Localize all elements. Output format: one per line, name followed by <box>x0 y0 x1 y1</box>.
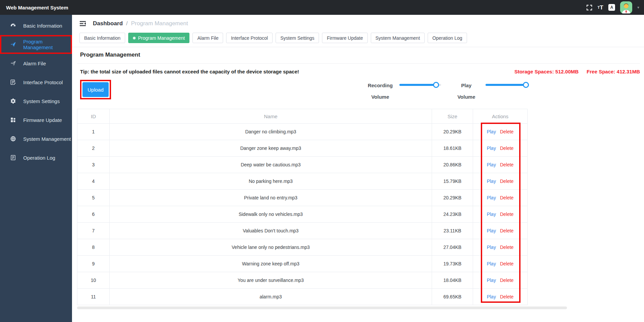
table-row: 2 Danger zone keep away.mp3 18.61KB Play… <box>77 140 528 157</box>
delete-link[interactable]: Delete <box>500 278 513 283</box>
recording-volume-slider[interactable] <box>399 84 441 86</box>
table-row: 1 Danger no climbing.mp3 20.29KB PlayDel… <box>77 124 528 140</box>
play-link[interactable]: Play <box>487 146 496 151</box>
storage-info: Storage Spaces: 512.00MB Free Space: 412… <box>514 69 640 74</box>
breadcrumb: Dashboard / Program Management <box>93 20 188 27</box>
sidebar-item-alarm-file[interactable]: Alarm File <box>0 54 72 73</box>
table-zone: Upload Recording Volume <box>77 80 527 309</box>
active-tab-dot <box>133 37 136 39</box>
delete-link[interactable]: Delete <box>500 162 513 167</box>
tab-system-settings[interactable]: System Settings <box>276 33 319 43</box>
delete-link[interactable]: Delete <box>500 294 513 299</box>
horizontal-scrollbar[interactable] <box>77 307 567 309</box>
sidebar-item-interface-protocol[interactable]: Interface Protocol <box>0 73 72 92</box>
slider-fill <box>399 84 436 86</box>
table-row: 7 Valuables Don't touch.mp3 23.11KB Play… <box>77 223 528 239</box>
sidebar-item-label: Basic Information <box>23 23 62 29</box>
gear-icon <box>10 98 16 104</box>
play-link[interactable]: Play <box>487 294 496 299</box>
play-link[interactable]: Play <box>487 195 496 200</box>
breadcrumb-current: Program Management <box>131 20 188 27</box>
delete-link[interactable]: Delete <box>500 228 513 233</box>
play-link[interactable]: Play <box>487 212 496 217</box>
sidebar-item-label: Alarm File <box>23 61 46 66</box>
tab-firmware-update[interactable]: Firmware Update <box>322 33 367 43</box>
title-divider <box>77 63 640 64</box>
top-bar: Web Management System TT A ▾ <box>0 0 644 15</box>
chevron-down-icon[interactable]: ▾ <box>637 5 639 10</box>
recording-volume-label: Recording Volume <box>366 80 395 103</box>
slider-thumb[interactable] <box>433 82 439 88</box>
sidebar-item-label: System Management <box>23 136 71 142</box>
sidebar-item-label: System Settings <box>23 98 60 104</box>
log-icon <box>10 155 16 161</box>
play-link[interactable]: Play <box>487 162 496 167</box>
sidebar-item-operation-log[interactable]: Operation Log <box>0 148 72 167</box>
document-edit-icon <box>10 79 16 85</box>
sidebar-collapse-icon[interactable] <box>79 21 86 27</box>
table-row: 10 You are under surveillance.mp3 18.04K… <box>77 272 528 289</box>
delete-link[interactable]: Delete <box>500 245 513 250</box>
delete-link[interactable]: Delete <box>500 212 513 217</box>
delete-link[interactable]: Delete <box>500 129 513 134</box>
table-row: 3 Deep water be cautious.mp3 20.86KB Pla… <box>77 157 528 173</box>
play-volume-label: Play Volume <box>452 80 481 103</box>
table-row: 9 Warning zone keep off.mp3 19.73KB Play… <box>77 256 528 272</box>
play-link[interactable]: Play <box>487 228 496 233</box>
tab-alarm-file[interactable]: Alarm File <box>192 33 223 43</box>
delete-link[interactable]: Delete <box>500 179 513 184</box>
tab-interface-protocol[interactable]: Interface Protocol <box>226 33 273 43</box>
main-area: Dashboard / Program Management Basic Inf… <box>72 15 644 322</box>
delete-link[interactable]: Delete <box>500 146 513 151</box>
avatar[interactable] <box>620 1 632 13</box>
content: Program Management Tip: the total size o… <box>72 47 644 309</box>
controls-row: Upload Recording Volume <box>77 80 527 103</box>
header-actions: Actions <box>473 109 528 124</box>
recording-volume-group: Recording Volume <box>366 80 441 103</box>
paper-plane-icon <box>10 60 16 66</box>
sidebar-item-label: Program Management <box>23 39 72 50</box>
header-name: Name <box>110 109 432 124</box>
translate-icon[interactable]: A <box>608 4 615 11</box>
slider-track <box>486 84 527 86</box>
tabs-bar: Basic Information Program Management Ala… <box>72 32 644 47</box>
fullscreen-icon[interactable] <box>586 4 593 11</box>
slider-track <box>399 84 441 86</box>
upload-annotation-box: Upload <box>80 80 111 99</box>
slider-thumb[interactable] <box>523 82 529 88</box>
slider-fill <box>486 84 526 86</box>
play-link[interactable]: Play <box>487 179 496 184</box>
sidebar-item-firmware-update[interactable]: Firmware Update <box>0 110 72 129</box>
sidebar-item-basic-information[interactable]: Basic Information <box>0 16 72 35</box>
storage-spaces-text: Storage Spaces: 512.00MB <box>514 69 579 74</box>
sidebar-item-label: Interface Protocol <box>23 79 63 85</box>
sidebar-item-system-settings[interactable]: System Settings <box>0 92 72 110</box>
tab-operation-log[interactable]: Operation Log <box>428 33 467 43</box>
page-title: Program Management <box>77 52 640 58</box>
play-link[interactable]: Play <box>487 261 496 266</box>
upload-button[interactable]: Upload <box>82 82 109 97</box>
tab-program-management[interactable]: Program Management <box>128 33 189 43</box>
sidebar-item-system-management[interactable]: System Management <box>0 129 72 148</box>
delete-link[interactable]: Delete <box>500 195 513 200</box>
play-link[interactable]: Play <box>487 129 496 134</box>
sidebar-item-program-management[interactable]: Program Management <box>0 35 72 54</box>
font-size-icon[interactable]: TT <box>598 5 603 10</box>
program-table: ID Name Size Actions 1 Danger no climbin… <box>77 109 528 305</box>
table-row: 4 No parking here.mp3 15.79KB PlayDelete <box>77 173 528 190</box>
table-row: 11 alarm.mp3 69.65KB PlayDelete <box>77 289 528 305</box>
header-id: ID <box>77 109 110 124</box>
play-volume-slider[interactable] <box>486 84 527 86</box>
delete-link[interactable]: Delete <box>500 261 513 266</box>
tip-row: Tip: the total size of uploaded files ca… <box>77 69 640 74</box>
paper-plane-icon <box>10 41 16 47</box>
table-row: 5 Private land no entry.mp3 20.29KB Play… <box>77 190 528 206</box>
play-link[interactable]: Play <box>487 245 496 250</box>
tab-system-management[interactable]: System Management <box>371 33 425 43</box>
play-link[interactable]: Play <box>487 278 496 283</box>
breadcrumb-dashboard[interactable]: Dashboard <box>93 20 123 27</box>
breadcrumb-row: Dashboard / Program Management <box>72 15 644 32</box>
tab-basic-information[interactable]: Basic Information <box>79 33 125 43</box>
breadcrumb-separator: / <box>126 20 128 27</box>
sidebar: Basic Information Program Management Ala… <box>0 15 72 322</box>
